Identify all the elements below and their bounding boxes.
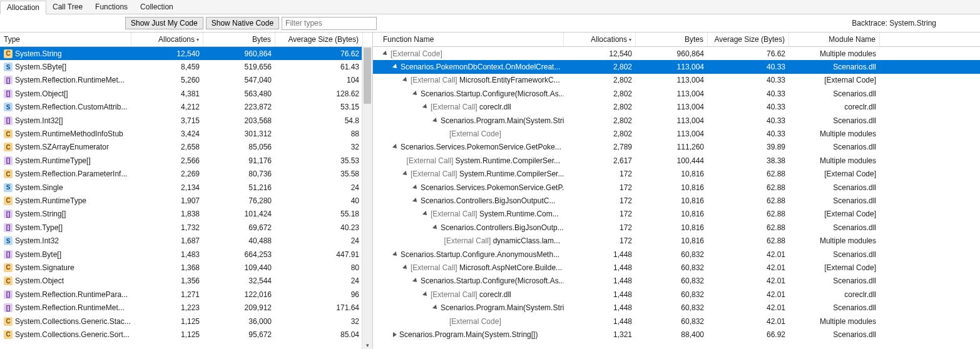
- backtrace-row[interactable]: [External Code]2,802113,00440.33Multiple…: [373, 127, 980, 140]
- types-col-2[interactable]: Bytes: [203, 33, 275, 46]
- collapse-icon[interactable]: [422, 211, 429, 217]
- show-my-code-button[interactable]: Show Just My Code: [125, 17, 203, 29]
- type-row[interactable]: []System.Byte[]1,483664,253447.91: [0, 248, 372, 261]
- type-row[interactable]: []System.RuntimeType[]2,56691,17635.53: [0, 154, 372, 167]
- collapse-icon[interactable]: [432, 225, 439, 231]
- backtrace-row[interactable]: Scenarios.Program.Main(System.Stri...1,4…: [373, 301, 980, 314]
- collapse-icon[interactable]: [422, 104, 429, 110]
- backtrace-row[interactable]: Scenarios.Services.PokemonService.GetP..…: [373, 181, 980, 194]
- function-name: [External Code]: [449, 317, 501, 326]
- type-row[interactable]: []System.Int32[]3,715203,56854.8: [0, 114, 372, 127]
- collapse-icon[interactable]: [422, 291, 429, 298]
- filter-types-input[interactable]: [282, 17, 377, 30]
- allocations-cell: 1,356: [131, 276, 203, 285]
- function-name: Scenarios.Startup.Configure.AnonymousMet…: [401, 250, 559, 259]
- allocations-cell: 1,732: [131, 223, 203, 232]
- collapse-icon[interactable]: [392, 144, 399, 150]
- show-native-code-button[interactable]: Show Native Code: [206, 17, 279, 29]
- allocations-cell: 2,658: [131, 143, 203, 151]
- backtrace-row[interactable]: [External Call] Microsoft.EntityFramewor…: [373, 74, 980, 87]
- backtrace-pane: Function NameAllocations▾BytesAverage Si…: [373, 33, 980, 349]
- backtrace-col-0[interactable]: Function Name: [379, 33, 564, 46]
- backtrace-row[interactable]: [External Call] System.Runtime.CompilerS…: [373, 168, 980, 181]
- tab-call-tree[interactable]: Call Tree: [46, 1, 89, 13]
- collapse-icon[interactable]: [432, 118, 439, 124]
- type-row[interactable]: []System.Reflection.RuntimePara...1,2711…: [0, 288, 372, 301]
- type-row[interactable]: CSystem.Collections.Generic.Sort...1,125…: [0, 328, 372, 341]
- collapse-icon[interactable]: [412, 278, 419, 284]
- type-row[interactable]: []System.Object[]4,381563,480128.62: [0, 87, 372, 100]
- type-row[interactable]: []System.Reflection.RuntimeMet...1,22320…: [0, 301, 372, 314]
- backtrace-row[interactable]: [External Code]12,540960,86476.62Multipl…: [373, 47, 980, 60]
- types-col-0[interactable]: Type: [0, 33, 131, 46]
- type-row[interactable]: CSystem.RuntimeMethodInfoStub3,424301,31…: [0, 127, 372, 140]
- type-row[interactable]: SSystem.Reflection.CustomAttrib...4,2122…: [0, 101, 372, 114]
- allocations-cell: 2,134: [131, 183, 203, 192]
- tab-allocation[interactable]: Allocation: [0, 1, 46, 14]
- types-col-1[interactable]: Allocations▾: [131, 33, 203, 46]
- backtrace-row[interactable]: Scenarios.Startup.Configure(Microsoft.As…: [373, 87, 980, 100]
- collapse-icon[interactable]: [412, 185, 419, 191]
- avg-size-cell: 32: [275, 317, 363, 326]
- backtrace-row[interactable]: [External Call] dynamicClass.lam...17210…: [373, 234, 980, 247]
- type-row[interactable]: []System.Reflection.RuntimeMet...5,26054…: [0, 74, 372, 87]
- module-name-cell: [External Code]: [789, 76, 880, 84]
- type-row[interactable]: CSystem.SZArrayEnumerator2,65885,05632: [0, 141, 372, 154]
- backtrace-row[interactable]: Scenarios.Services.PokemonService.GetPok…: [373, 141, 980, 154]
- backtrace-scrollbar[interactable]: [970, 46, 980, 349]
- backtrace-row[interactable]: Scenarios.Program.Main(System.String[])1…: [373, 328, 980, 341]
- type-row[interactable]: CSystem.RuntimeType1,90776,28040: [0, 194, 372, 207]
- type-row[interactable]: SSystem.Int321,68740,48824: [0, 234, 372, 247]
- allocations-cell: 5,260: [131, 76, 203, 84]
- backtrace-col-1[interactable]: Allocations▾: [564, 33, 636, 46]
- collapse-icon[interactable]: [392, 64, 399, 70]
- backtrace-row[interactable]: [External Call] System.Runtime.Com...172…: [373, 208, 980, 221]
- backtrace-row[interactable]: [External Call] coreclr.dll2,802113,0044…: [373, 101, 980, 114]
- scrollbar-thumb[interactable]: [364, 48, 371, 104]
- backtrace-row[interactable]: [External Code]1,44860,83242.01Multiple …: [373, 315, 980, 328]
- avg-size-cell: 40.33: [708, 76, 789, 84]
- expand-icon[interactable]: [393, 332, 397, 337]
- chevron-down-icon[interactable]: ▾: [362, 340, 372, 349]
- allocations-cell: 1,223: [131, 303, 203, 312]
- tab-collection[interactable]: Collection: [134, 1, 180, 13]
- backtrace-col-4[interactable]: Module Name: [789, 33, 880, 46]
- type-row[interactable]: SSystem.Single2,13451,21624: [0, 181, 372, 194]
- allocations-cell: 1,448: [564, 263, 636, 272]
- backtrace-col-2[interactable]: Bytes: [636, 33, 708, 46]
- type-row[interactable]: SSystem.SByte[]8,459519,65661.43: [0, 60, 372, 73]
- backtrace-row[interactable]: [External Call] Microsoft.AspNetCore.Bui…: [373, 261, 980, 274]
- backtrace-row[interactable]: Scenarios.Program.Main(System.Stri...2,8…: [373, 114, 980, 127]
- collapse-icon[interactable]: [402, 265, 409, 271]
- types-scrollbar[interactable]: ▾: [362, 46, 372, 349]
- tab-functions[interactable]: Functions: [89, 1, 134, 13]
- type-row[interactable]: CSystem.Reflection.ParameterInf...2,2698…: [0, 168, 372, 181]
- collapse-icon[interactable]: [402, 78, 409, 84]
- type-row[interactable]: []System.Type[]1,73269,67240.23: [0, 221, 372, 234]
- collapse-icon[interactable]: [412, 198, 419, 204]
- collapse-icon[interactable]: [382, 51, 389, 57]
- types-col-3[interactable]: Average Size (Bytes): [275, 33, 363, 46]
- backtrace-row[interactable]: [External Call] coreclr.dll1,44860,83242…: [373, 288, 980, 301]
- collapse-icon[interactable]: [412, 91, 419, 97]
- bytes-cell: 223,872: [203, 103, 275, 111]
- backtrace-row[interactable]: Scenarios.Controllers.BigJsonOutputC...1…: [373, 194, 980, 207]
- type-row[interactable]: CSystem.Collections.Generic.Stac...1,125…: [0, 315, 372, 328]
- collapse-icon[interactable]: [402, 171, 409, 177]
- backtrace-col-3[interactable]: Average Size (Bytes): [708, 33, 789, 46]
- bytes-cell: 76,280: [203, 196, 275, 205]
- avg-size-cell: 62.88: [708, 183, 789, 192]
- type-row[interactable]: []System.String[]1,838101,42455.18: [0, 208, 372, 221]
- type-name: System.Type[]: [15, 223, 63, 232]
- collapse-icon[interactable]: [432, 305, 439, 311]
- collapse-icon[interactable]: [392, 251, 399, 258]
- type-row[interactable]: CSystem.Object1,35632,54424: [0, 275, 372, 288]
- backtrace-row[interactable]: Scenarios.PokemonDbContext.OnModelCreat.…: [373, 60, 980, 73]
- backtrace-row[interactable]: Scenarios.Startup.Configure(Microsoft.As…: [373, 275, 980, 288]
- backtrace-row[interactable]: Scenarios.Controllers.BigJsonOutp...1721…: [373, 221, 980, 234]
- backtrace-row[interactable]: Scenarios.Startup.Configure.AnonymousMet…: [373, 248, 980, 261]
- type-row[interactable]: CSystem.String12,540960,86476.62: [0, 47, 372, 60]
- allocations-cell: 2,566: [131, 156, 203, 165]
- type-row[interactable]: CSystem.Signature1,368109,44080: [0, 261, 372, 274]
- backtrace-row[interactable]: [External Call] System.Runtime.CompilerS…: [373, 154, 980, 167]
